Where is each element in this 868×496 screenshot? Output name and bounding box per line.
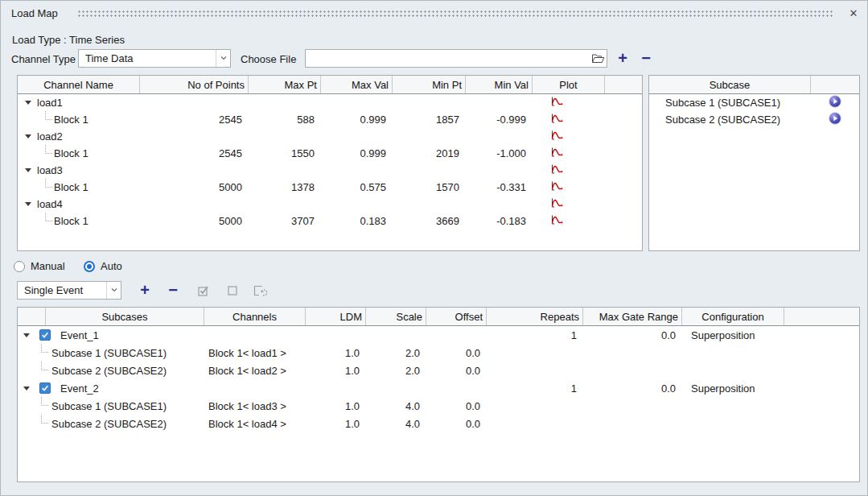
channels-table-header: Channel Name No of Points Max Pt Max Val… xyxy=(18,76,642,94)
cell-subcase: Subcase 1 (SUBCASE1) xyxy=(51,400,167,412)
cell-channel: Block 1< load4 > xyxy=(204,415,306,432)
cell-scale: 2.0 xyxy=(366,362,426,379)
col-max-pt: Max Pt xyxy=(249,76,321,93)
cell-min-val: -0.183 xyxy=(466,213,533,229)
event-checkbox[interactable] xyxy=(39,329,51,341)
channel-type-select[interactable]: Time Data xyxy=(78,49,231,68)
cell-points: 2545 xyxy=(140,111,249,128)
events-table-header: Subcases Channels LDM Scale Offset Repea… xyxy=(18,308,859,326)
expander-icon[interactable] xyxy=(25,101,31,105)
table-row[interactable]: Block 1 2545 1550 0.999 2019 -1.000 xyxy=(18,145,642,162)
col-configuration: Configuration xyxy=(682,308,784,325)
col-blank xyxy=(784,308,859,325)
table-row[interactable]: Event_2 1 0.0 Superposition xyxy=(18,379,859,397)
toggle-check-state-icon[interactable] xyxy=(251,281,270,300)
table-row[interactable]: Subcase 1 (SUBCASE1) Block 1< load1 > 1.… xyxy=(18,344,859,362)
drag-handle[interactable] xyxy=(77,10,833,17)
expander-icon[interactable] xyxy=(23,386,30,391)
channel-name: load1 xyxy=(37,97,63,109)
folder-icon[interactable] xyxy=(589,53,607,64)
load-type-label: Load Type : Time Series xyxy=(12,34,125,46)
cell-channel: Block 1< load3 > xyxy=(204,397,306,415)
tree-connector xyxy=(45,179,52,188)
event-type-select[interactable]: Single Event xyxy=(17,281,121,300)
cell-max-val: 0.183 xyxy=(321,213,393,229)
plot-icon[interactable] xyxy=(550,97,564,110)
table-row[interactable]: Subcase 2 (SUBCASE2) Block 1< load4 > 1.… xyxy=(18,415,859,432)
col-channel-name: Channel Name xyxy=(18,76,140,93)
col-max-gate-range: Max Gate Range xyxy=(583,308,682,325)
table-row[interactable]: load2 xyxy=(18,128,642,145)
col-plot: Plot xyxy=(533,76,605,93)
radio-circle xyxy=(14,261,25,272)
col-blank xyxy=(605,76,642,93)
check-all-icon[interactable] xyxy=(195,281,212,300)
plot-icon[interactable] xyxy=(550,130,564,143)
cell-ldm: 1.0 xyxy=(306,397,366,415)
col-max-val: Max Val xyxy=(321,76,393,93)
table-row[interactable]: Subcase 1 (SUBCASE1) xyxy=(649,94,859,111)
expander-icon[interactable] xyxy=(25,134,31,138)
uncheck-all-icon[interactable] xyxy=(224,281,241,300)
channel-name: Block 1 xyxy=(54,181,88,193)
cell-ldm: 1.0 xyxy=(306,344,366,362)
plot-icon[interactable] xyxy=(550,181,564,194)
cell-points: 2545 xyxy=(140,145,249,162)
cell-offset: 0.0 xyxy=(426,362,487,379)
plot-icon[interactable] xyxy=(550,215,564,228)
cell-configuration: Superposition xyxy=(682,379,784,397)
channel-name: load2 xyxy=(37,130,63,143)
tree-connector xyxy=(45,145,52,154)
cell-points: 5000 xyxy=(140,213,249,229)
table-row[interactable]: load4 xyxy=(18,196,642,213)
table-row[interactable]: Block 1 5000 3707 0.183 3669 -0.183 xyxy=(18,213,642,229)
channel-name: load4 xyxy=(37,198,63,210)
table-row[interactable]: load3 xyxy=(18,162,642,179)
table-row[interactable]: Subcase 2 (SUBCASE2) Block 1< load2 > 1.… xyxy=(18,362,859,379)
tree-connector xyxy=(41,362,48,370)
chevron-down-icon[interactable] xyxy=(106,282,121,299)
tree-connector xyxy=(45,213,52,221)
table-row[interactable]: Event_1 1 0.0 Superposition xyxy=(18,326,859,344)
cell-channel: Block 1< load2 > xyxy=(204,362,306,379)
window-title: Load Map xyxy=(11,7,58,19)
cell-ldm: 1.0 xyxy=(306,362,366,379)
table-row[interactable]: load1 xyxy=(18,94,642,111)
table-row[interactable]: Block 1 2545 588 0.999 1857 -0.999 xyxy=(18,111,642,128)
table-row[interactable]: Subcase 1 (SUBCASE1) Block 1< load3 > 1.… xyxy=(18,397,859,415)
radio-circle xyxy=(84,261,95,272)
table-row[interactable]: Subcase 2 (SUBCASE2) xyxy=(649,111,859,128)
cell-scale: 4.0 xyxy=(366,415,426,432)
add-event-button[interactable]: + xyxy=(136,281,154,299)
table-row[interactable]: Block 1 5000 1378 0.575 1570 -0.331 xyxy=(18,179,642,196)
cell-min-pt: 1857 xyxy=(393,111,466,128)
event-label: Event_2 xyxy=(60,382,99,395)
play-button[interactable] xyxy=(829,95,841,110)
cell-ldm: 1.0 xyxy=(306,415,366,432)
plot-icon[interactable] xyxy=(550,164,564,177)
cell-min-pt: 3669 xyxy=(393,213,466,229)
plot-icon[interactable] xyxy=(550,198,564,211)
plot-icon[interactable] xyxy=(550,147,564,160)
expander-icon[interactable] xyxy=(25,202,31,206)
plot-icon[interactable] xyxy=(550,114,564,126)
expander-icon[interactable] xyxy=(23,333,30,337)
expander-icon[interactable] xyxy=(25,168,31,172)
remove-channel-button[interactable]: − xyxy=(637,49,655,67)
event-checkbox[interactable] xyxy=(39,382,51,394)
chevron-down-icon[interactable] xyxy=(216,50,230,67)
add-channel-button[interactable]: + xyxy=(614,49,631,67)
channel-name: Block 1 xyxy=(54,147,88,159)
cell-repeats: 1 xyxy=(487,379,583,397)
manual-radio[interactable]: Manual xyxy=(14,260,65,272)
col-blank xyxy=(18,308,46,325)
remove-event-button[interactable]: − xyxy=(164,281,182,299)
cell-min-val: -1.000 xyxy=(466,145,533,162)
auto-radio[interactable]: Auto xyxy=(84,260,122,272)
close-icon[interactable]: ✕ xyxy=(846,6,861,20)
channel-name: load3 xyxy=(37,164,63,176)
play-button[interactable] xyxy=(829,112,841,127)
file-path-input[interactable] xyxy=(305,49,607,68)
cell-max-pt: 1378 xyxy=(249,179,321,196)
channel-type-label: Channel Type xyxy=(11,53,76,65)
